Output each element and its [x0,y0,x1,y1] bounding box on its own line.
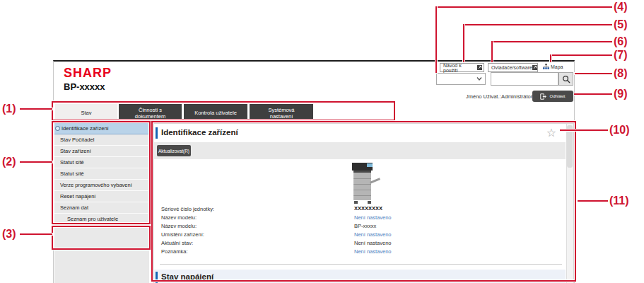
callout-label-5: (5) [614,18,628,31]
sidebar-item-firmware-version[interactable]: Verze programového vybavení [54,180,149,191]
language-dropdown[interactable] [436,73,486,85]
sidebar-item-power-reset[interactable]: Reset napájení [54,191,149,202]
callout-label-2: (2) [2,156,16,168]
tab-system-settings-label: Systémová nastavení [258,107,305,120]
search-button[interactable] [558,72,573,86]
webpage-frame: SHARP BP-xxxxx Návod k použití Ovladače/… [53,60,575,283]
sidebar-item-counter-status[interactable]: Stav Počítadel [54,134,149,146]
user-name-value: Administrátor [501,93,532,100]
callout-line-5 [463,24,464,62]
callout-label-10: (10) [609,124,629,137]
external-link-icon [532,65,537,70]
callout-label-3: (3) [2,228,16,241]
sidebar-item-network-status-2[interactable]: Statut sítě [54,168,149,180]
tab-status-label: Stav [81,110,91,116]
sidebar-item-network-status[interactable]: Statut sítě [54,157,149,168]
callout-line-10 [560,129,608,131]
sidebar-item-list-for-user[interactable]: Seznam pro uživatele [54,214,149,225]
tab-document-operations-label: Činnosti s dokumentem [127,107,174,120]
callout-label-6: (6) [614,35,628,48]
sidebar-item-label: Statut sítě [60,171,84,177]
sidebar-item-label: Stav Počítadel [60,137,94,143]
logout-button-label: Odhlásit [549,94,565,98]
callout-line-9 [574,93,612,95]
title-accent-bar [156,127,158,139]
detail-label-model-name: Název modelu: [161,223,197,229]
detail-value-machine-name[interactable]: Není nastaveno [354,214,392,221]
detail-label-memo: Poznámka: [161,248,188,255]
logout-button[interactable]: Odhlásit [532,91,573,102]
tab-document-operations[interactable]: Činnosti s dokumentem [119,104,182,122]
callout-line-6 [491,41,612,42]
sitemap-icon [543,64,549,70]
sidebar-item-label: Stav zařízení [60,148,91,154]
callout-line-1 [20,108,52,110]
logout-icon [540,93,546,100]
detail-value-memo[interactable]: Není nastaveno [354,248,392,255]
sidebar-item-device-status[interactable]: Stav zařízení [54,146,149,157]
section2-title: Stav napájení [161,272,213,281]
sidebar-item-label: Statut sítě [60,159,84,166]
printer-image [351,163,374,204]
model-name: BP-xxxxx [64,81,105,92]
page-title: Identifikace zařízení [161,128,238,137]
tab-system-settings[interactable]: Systémová nastavení [250,104,313,122]
sharp-logo: SHARP [64,66,112,81]
manual-link-label: Návod k použití [443,63,477,73]
tab-user-control[interactable]: Kontrola uživatele [184,104,247,122]
callout-line-4 [435,6,437,73]
callout-line-6 [491,41,493,62]
callout-label-9: (9) [614,88,628,100]
sitemap-link[interactable]: Mapa [543,64,563,70]
callout-line-3 [20,233,52,235]
tab-status[interactable]: Stav [55,104,117,122]
callout-line-5 [463,24,612,25]
detail-value-model-name: BP-xxxxx [354,223,376,229]
callout-label-8: (8) [614,67,628,80]
sidebar-menu: Identifikace zařízení Stav Počítadel Sta… [54,123,149,283]
chevron-down-icon [476,77,482,81]
detail-value-current-status: Není nastaveno [354,240,392,246]
callout-line-7 [550,54,551,62]
scrollbar-thumb[interactable] [567,125,573,168]
callout-label-11: (11) [609,195,629,207]
sidebar-item-device-identification[interactable]: Identifikace zařízení [54,123,149,134]
user-name-label: Jméno Uživat.: [466,93,501,100]
callout-line-8 [575,73,612,74]
callout-label-1: (1) [2,103,16,115]
detail-label-location: Umístění zařízení: [161,231,204,238]
callout-line-4 [435,6,612,8]
search-input[interactable] [491,72,558,86]
detail-label-current-status: Aktuální stav: [161,240,193,246]
sidebar-item-label: Verze programového vybavení [60,182,132,188]
callout-line-11 [578,200,608,202]
sitemap-link-label: Mapa [551,64,563,69]
callout-label-4: (4) [614,1,628,13]
detail-label-serial: Sériové číslo jednotky: [161,206,214,212]
selected-item-icon [55,126,60,131]
detail-label-machine-name: Název modelu: [161,214,197,221]
drivers-link-button[interactable]: Ovladače/software [488,63,538,72]
callout-label-7: (7) [614,49,628,62]
detail-value-location[interactable]: Není nastaveno [354,231,392,238]
main-scrollbar[interactable] [566,124,573,283]
power-status-section-header: Stav napájení [154,270,566,283]
favorite-star-icon[interactable]: ☆ [546,127,556,139]
tab-user-control-label: Kontrola uživatele [194,110,237,116]
main-content: Identifikace zařízení ☆ Aktualizovat(R) … [153,123,574,283]
update-button[interactable]: Aktualizovat(R) [157,145,191,156]
search-icon [562,75,570,83]
tab-bar: Stav Činnosti s dokumentem Kontrola uživ… [54,103,396,122]
sidebar-item-label: Seznam dat [60,204,88,211]
sidebar-item-label: Reset napájení [60,193,95,200]
sidebar-item-data-list[interactable]: Seznam dat [54,202,149,214]
divider [160,264,562,265]
external-link-icon [477,65,482,70]
title-accent-bar [156,272,158,283]
manual-link-button[interactable]: Návod k použití [440,63,484,72]
drivers-link-label: Ovladače/software [491,65,532,70]
callout-line-2 [20,161,52,163]
sidebar-item-label: Identifikace zařízení [62,125,109,132]
sidebar-item-label: Seznam pro uživatele [67,216,118,222]
toolbar-band: Aktualizovat(R) [154,142,566,159]
